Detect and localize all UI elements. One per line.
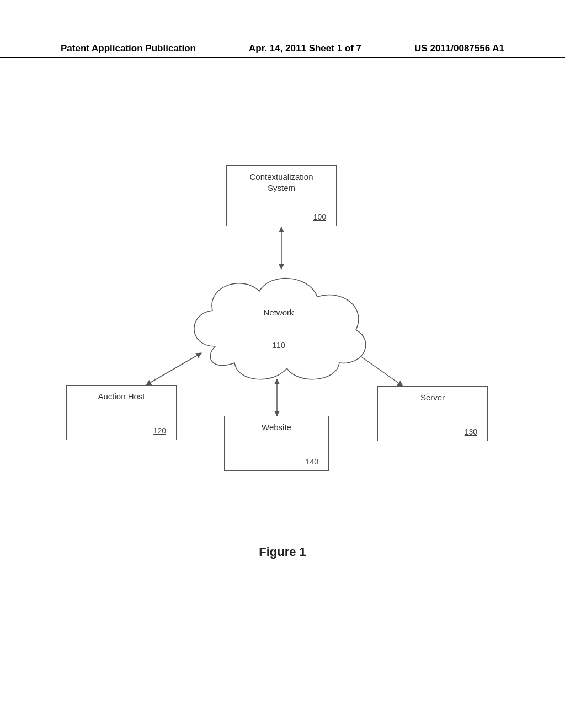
system-diagram: ContextualizationSystem 100 Network 110 … (66, 165, 499, 507)
box-contextualization-system: ContextualizationSystem 100 (226, 165, 337, 226)
box-website: Website 140 (224, 416, 329, 471)
box-context-ref: 100 (313, 212, 326, 221)
page-header: Patent Application Publication Apr. 14, … (0, 43, 565, 58)
box-server: Server 130 (377, 386, 488, 441)
box-server-ref: 130 (465, 427, 477, 436)
box-website-label: Website (262, 422, 291, 433)
figure-caption: Figure 1 (0, 545, 565, 559)
box-auction-host: Auction Host 120 (66, 385, 177, 440)
box-auction-ref: 120 (153, 426, 166, 435)
header-right: US 2011/0087556 A1 (414, 43, 504, 54)
cloud-network-ref: 110 (182, 341, 375, 350)
box-auction-label: Auction Host (98, 391, 145, 402)
header-left: Patent Application Publication (61, 43, 196, 54)
header-center: Apr. 14, 2011 Sheet 1 of 7 (249, 43, 361, 54)
box-server-label: Server (420, 392, 445, 403)
box-website-ref: 140 (306, 457, 318, 466)
cloud-network: Network 110 (182, 269, 375, 385)
box-context-label: ContextualizationSystem (249, 172, 313, 193)
cloud-network-label: Network (182, 308, 375, 317)
